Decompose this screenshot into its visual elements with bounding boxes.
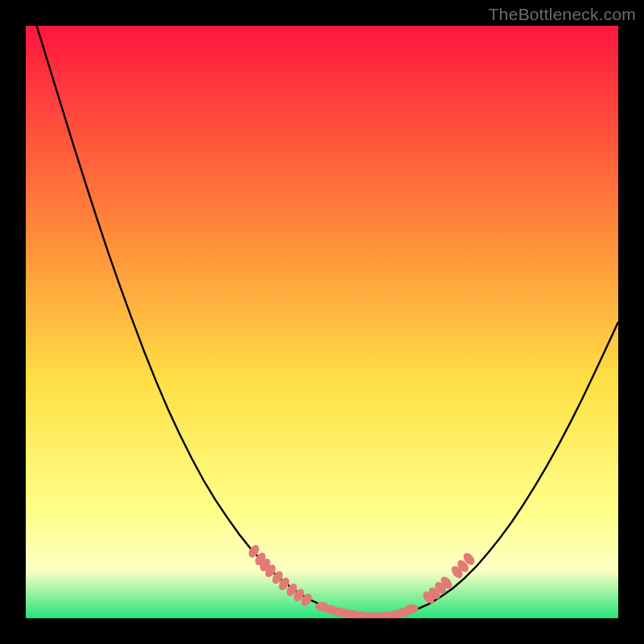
plot-area [26, 26, 618, 618]
gradient-background [26, 26, 618, 618]
curve-marker [405, 605, 419, 613]
bottleneck-curve-chart [26, 26, 618, 618]
attribution-label: TheBottleneck.com [489, 5, 636, 24]
chart-frame: TheBottleneck.com [0, 0, 644, 644]
